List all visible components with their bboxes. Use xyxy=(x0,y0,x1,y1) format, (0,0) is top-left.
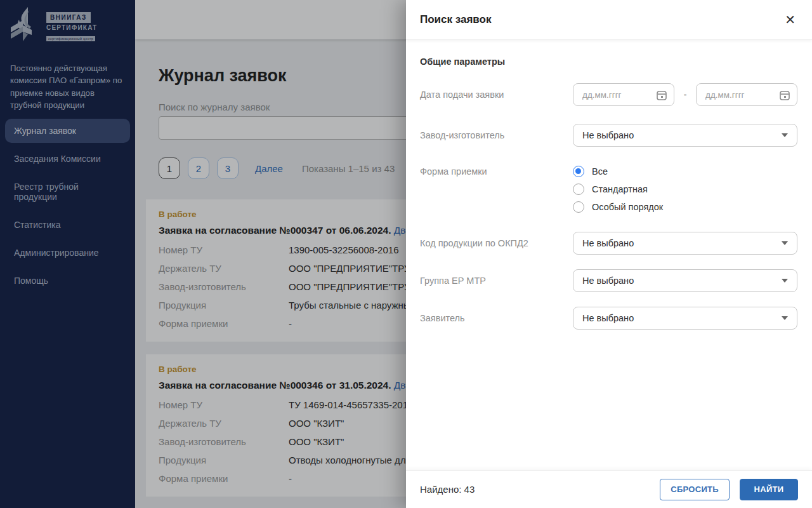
okpd2-select-value: Не выбрано xyxy=(582,238,634,248)
applicant-select[interactable]: Не выбрано xyxy=(573,307,797,330)
drawer-footer: Найдено: 43 СБРОСИТЬ НАЙТИ xyxy=(406,470,812,508)
chevron-down-icon xyxy=(782,316,788,320)
date-label: Дата подачи заявки xyxy=(420,90,573,100)
radio-icon xyxy=(573,184,584,195)
okpd2-select[interactable]: Не выбрано xyxy=(573,232,797,255)
manufacturer-select-value: Не выбрано xyxy=(582,130,634,140)
drawer-title: Поиск заявок xyxy=(420,13,491,26)
applicant-label: Заявитель xyxy=(420,313,573,323)
radio-option-label: Особый порядок xyxy=(592,202,663,212)
calendar-icon[interactable] xyxy=(656,90,667,104)
radio-selected-icon xyxy=(573,166,584,177)
chevron-down-icon xyxy=(782,279,788,283)
close-icon[interactable]: ✕ xyxy=(783,12,797,27)
er-mtr-select-value: Не выбрано xyxy=(582,276,634,286)
modal-backdrop[interactable] xyxy=(0,0,406,508)
manufacturer-label: Завод-изготовитель xyxy=(420,130,573,140)
filter-row-er-mtr: Группа ЕР МТР Не выбрано xyxy=(420,269,798,292)
drawer-body: Общие параметры Дата подачи заявки - xyxy=(406,57,812,330)
filter-row-applicant: Заявитель Не выбрано xyxy=(420,307,798,330)
search-drawer: Поиск заявок ✕ Общие параметры Дата пода… xyxy=(406,0,812,508)
radio-option-label: Стандартная xyxy=(592,184,648,194)
section-title: Общие параметры xyxy=(420,57,798,67)
drawer-header: Поиск заявок ✕ xyxy=(406,0,812,40)
date-from-field[interactable] xyxy=(573,83,674,106)
find-button[interactable]: НАЙТИ xyxy=(740,479,798,500)
calendar-icon[interactable] xyxy=(779,90,790,104)
radio-option[interactable]: Все xyxy=(573,166,663,177)
radio-option[interactable]: Особый порядок xyxy=(573,201,663,213)
chevron-down-icon xyxy=(782,241,788,245)
filter-row-manufacturer: Завод-изготовитель Не выбрано xyxy=(420,124,798,147)
date-separator: - xyxy=(674,90,696,100)
date-to-field[interactable] xyxy=(696,83,797,106)
found-count: Найдено: 43 xyxy=(420,484,475,495)
radio-option[interactable]: Стандартная xyxy=(573,184,663,195)
filter-row-acceptance: Форма приемки ВсеСтандартнаяОсобый поряд… xyxy=(420,166,798,213)
er-mtr-label: Группа ЕР МТР xyxy=(420,276,573,286)
reset-button[interactable]: СБРОСИТЬ xyxy=(660,479,730,500)
radio-option-label: Все xyxy=(592,166,608,177)
acceptance-label: Форма приемки xyxy=(420,166,573,177)
filter-row-date: Дата подачи заявки - xyxy=(420,83,798,106)
date-range-control: - xyxy=(573,83,798,106)
acceptance-radio-group: ВсеСтандартнаяОсобый порядок xyxy=(573,166,663,213)
er-mtr-select[interactable]: Не выбрано xyxy=(573,269,797,292)
okpd2-label: Код продукции по ОКПД2 xyxy=(420,238,573,248)
applicant-select-value: Не выбрано xyxy=(582,313,634,323)
manufacturer-select[interactable]: Не выбрано xyxy=(573,124,797,147)
radio-icon xyxy=(573,201,584,213)
filter-row-okpd2: Код продукции по ОКПД2 Не выбрано xyxy=(420,232,798,255)
chevron-down-icon xyxy=(782,133,788,137)
